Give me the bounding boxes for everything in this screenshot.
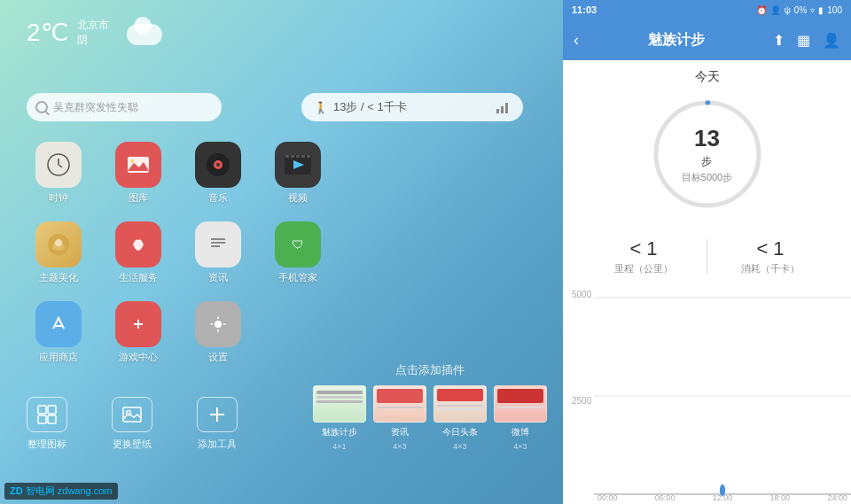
- y-label-5000: 5000: [572, 290, 591, 299]
- status-time: 11:03: [572, 4, 597, 15]
- calorie-value: < 1: [707, 237, 833, 260]
- calorie-label: 消耗（千卡）: [707, 262, 833, 275]
- title-bar: ‹ 魅族计步 ⬆ ▦ 👤: [563, 19, 851, 60]
- app-news[interactable]: 资讯: [186, 217, 250, 297]
- app-settings[interactable]: 设置: [186, 297, 250, 376]
- signal-icon: ψ: [785, 5, 791, 15]
- widget-weibo[interactable]: 微博 4×3: [494, 385, 547, 451]
- steps-goal: 目标5000步: [682, 171, 732, 184]
- y-label-2500: 2500: [572, 396, 591, 406]
- step-content: 今天 13 步 目标5000步 < 1 里程（公里） < 1: [563, 60, 851, 504]
- battery-level: 100: [827, 5, 842, 15]
- chart-bar-icon[interactable]: ▦: [797, 32, 810, 49]
- toutiao-label: 今日头条: [442, 426, 478, 438]
- add-plugin-label: 点击添加插件: [306, 362, 554, 378]
- watermark: ZD 智电网 zdwang.com: [4, 483, 118, 500]
- arrange-icons-btn[interactable]: 整理图标: [27, 397, 67, 451]
- step-label: 13步 / < 1千卡: [333, 99, 407, 115]
- theme-label: 主题美化: [39, 271, 78, 284]
- widget-thumbs: 魅族计步 4×1 资讯 4×3: [306, 385, 554, 451]
- music-icon: [195, 142, 241, 188]
- step-circle: 13 步 目标5000步: [645, 92, 769, 216]
- app-life[interactable]: 生活服务: [106, 217, 170, 297]
- weibo-sublabel: 4×3: [513, 442, 527, 451]
- svg-point-5: [130, 159, 134, 163]
- app-video[interactable]: 视频: [266, 137, 330, 217]
- chart-area: 5000 2500 00:00 06:00 12:: [563, 288, 851, 504]
- svg-rect-29: [137, 320, 139, 329]
- stats-row: < 1 里程（公里） < 1 消耗（千卡）: [563, 225, 851, 288]
- svg-rect-35: [48, 415, 56, 423]
- app-theme[interactable]: 主题美化: [27, 217, 90, 297]
- calorie-stat: < 1 消耗（千卡）: [707, 232, 833, 281]
- weather-area: 2℃ 北京市 阴: [27, 18, 162, 48]
- search-bar[interactable]: 吴克群突发性失聪: [27, 93, 222, 121]
- widget-toutiao[interactable]: 今日头条 4×3: [433, 385, 487, 451]
- left-panel: 2℃ 北京市 阴 吴克群突发性失聪 🚶 13步 / < 1千卡: [0, 0, 563, 504]
- clock-label: 时钟: [49, 191, 68, 205]
- chart-x-labels: 00:00 06:00 12:00 18:00 24:00: [594, 493, 851, 502]
- settings-label: 设置: [208, 351, 228, 364]
- meizu-thumb: [313, 385, 366, 423]
- app-grid: 时钟 图库 音乐 视频 主题美化: [27, 137, 330, 376]
- circle-info: 13 步 目标5000步: [682, 125, 732, 184]
- theme-icon: [35, 221, 82, 268]
- svg-rect-10: [285, 155, 289, 158]
- add-tool-label: 添加工具: [198, 438, 237, 451]
- gallery-label: 图库: [129, 191, 148, 205]
- step-widget[interactable]: 🚶 13步 / < 1千卡: [301, 93, 523, 121]
- distance-label: 里程（公里）: [581, 262, 707, 275]
- svg-point-8: [216, 163, 220, 167]
- profile-icon[interactable]: 👤: [823, 32, 840, 49]
- app-title: 魅族计步: [588, 31, 764, 50]
- app-appstore[interactable]: 应用商店: [27, 297, 90, 376]
- wifi-icon: ▿: [810, 5, 815, 15]
- cloud-icon: [127, 24, 162, 45]
- svg-rect-12: [296, 155, 300, 158]
- svg-rect-19: [208, 235, 228, 254]
- news-thumb: [373, 385, 426, 423]
- music-label: 音乐: [208, 191, 228, 205]
- app-music[interactable]: 音乐: [186, 137, 250, 217]
- meizu-sublabel: 4×1: [332, 442, 346, 451]
- chart-svg: [594, 288, 851, 504]
- steps-count: 13: [682, 125, 732, 152]
- arrange-icon: [27, 397, 67, 432]
- weather-icon: [127, 19, 162, 46]
- clock-icon: [35, 142, 82, 188]
- video-label: 视频: [288, 191, 308, 205]
- back-button[interactable]: ‹: [574, 31, 579, 50]
- video-icon: [275, 142, 321, 188]
- add-tool-btn[interactable]: 添加工具: [197, 397, 238, 451]
- app-manager[interactable]: 🛡 手机管家: [266, 217, 330, 297]
- widget-news[interactable]: 资讯 4×3: [373, 385, 426, 451]
- weibo-label: 微博: [511, 426, 529, 438]
- weather-condition: 阴: [77, 33, 109, 48]
- svg-rect-21: [211, 242, 225, 244]
- svg-line-2: [59, 165, 62, 167]
- svg-rect-11: [291, 155, 294, 158]
- manager-icon: 🛡: [275, 221, 321, 268]
- life-label: 生活服务: [119, 271, 158, 284]
- steps-unit: 步: [701, 155, 712, 167]
- wallpaper-label: 更换壁纸: [113, 438, 152, 451]
- manager-label: 手机管家: [278, 271, 317, 284]
- gallery-icon: [115, 142, 161, 188]
- today-label: 今天: [695, 69, 720, 85]
- news-icon: [195, 221, 241, 268]
- svg-rect-13: [301, 155, 305, 158]
- svg-rect-20: [211, 238, 225, 240]
- widget-meizu[interactable]: 魅族计步 4×1: [313, 385, 366, 451]
- distance-value: < 1: [581, 237, 707, 260]
- appstore-label: 应用商店: [39, 351, 78, 364]
- city-name: 北京市: [77, 18, 109, 33]
- right-panel: 11:03 ⏰ 👤 ψ 0% ▿ ▮ 100 ‹ 魅族计步 ⬆ ▦ 👤 今天: [563, 0, 851, 504]
- app-game[interactable]: 游戏中心: [106, 297, 170, 376]
- status-icons: ⏰ 👤 ψ 0% ▿ ▮ 100: [756, 5, 842, 15]
- change-wallpaper-btn[interactable]: 更换壁纸: [112, 397, 152, 451]
- share-icon[interactable]: ⬆: [773, 32, 785, 49]
- toutiao-sublabel: 4×3: [453, 442, 466, 451]
- app-clock[interactable]: 时钟: [27, 137, 90, 217]
- meizu-label: 魅族计步: [322, 426, 357, 438]
- app-gallery[interactable]: 图库: [106, 137, 170, 217]
